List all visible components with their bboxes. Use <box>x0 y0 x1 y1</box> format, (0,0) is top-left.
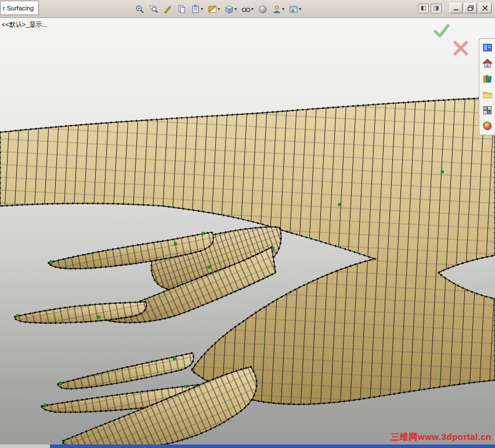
appearances-sphere-icon[interactable] <box>481 120 494 132</box>
view-orientation-icon[interactable]: ▾ <box>223 3 239 16</box>
view-toolbar: ▾ ▾ ▾ ▾ ▾ ▾ <box>133 3 303 16</box>
solidworks-window: ▾ ▾ ▾ ▾ ▾ ▾ <box>0 0 495 448</box>
feature-tree-node[interactable]: <<默认>_显示... <box>2 20 48 29</box>
watermark: 三维网www.3dportal.cn <box>391 432 492 443</box>
design-library-icon[interactable] <box>481 73 494 85</box>
sketch-pen-icon[interactable] <box>161 3 174 16</box>
section-view-icon[interactable]: ▾ <box>206 3 222 16</box>
accept-check-icon[interactable] <box>432 21 451 41</box>
chevron-down-icon[interactable]: ▾ <box>299 7 301 12</box>
view-palette-icon[interactable] <box>481 104 494 117</box>
file-explorer-folder-icon[interactable] <box>481 88 494 101</box>
cancel-x-icon[interactable] <box>452 39 469 57</box>
copy-icon[interactable] <box>175 3 188 16</box>
chevron-down-icon[interactable]: ▾ <box>251 7 254 12</box>
paste-icon[interactable]: ▾ <box>189 3 205 16</box>
dock-left-icon[interactable]: ◧ <box>418 3 429 13</box>
bottom-strip-right <box>50 445 495 448</box>
display-style-icon[interactable]: ▾ <box>240 3 255 16</box>
task-pane-panel-icon[interactable] <box>481 41 494 54</box>
solidworks-resources-home-icon[interactable] <box>481 57 494 70</box>
shaded-sphere-icon[interactable] <box>256 3 269 16</box>
edit-appearance-icon[interactable]: ▾ <box>270 3 286 16</box>
graphics-viewport[interactable]: <<默认>_显示... <box>0 17 495 448</box>
chevron-down-icon[interactable]: ▾ <box>218 7 220 12</box>
surface-model <box>0 17 495 448</box>
close-button[interactable] <box>479 3 492 13</box>
chevron-down-icon[interactable]: ▾ <box>201 7 203 12</box>
bottom-strip-left <box>0 445 50 448</box>
restore-button[interactable] <box>464 3 477 13</box>
window-tab[interactable]: r Surfacing <box>0 1 39 15</box>
window-controls: ◧ ◨ <box>418 3 492 13</box>
task-pane <box>479 38 495 135</box>
chevron-down-icon[interactable]: ▾ <box>282 7 284 12</box>
chevron-down-icon[interactable]: ▾ <box>234 7 237 12</box>
toolbar: ▾ ▾ ▾ ▾ ▾ ▾ <box>0 0 495 18</box>
minimize-button[interactable] <box>450 3 463 13</box>
zoom-to-fit-icon[interactable] <box>133 3 146 16</box>
dock-right-icon[interactable]: ◨ <box>431 3 442 13</box>
zoom-to-area-icon[interactable] <box>147 3 160 16</box>
apply-scene-icon[interactable]: ▾ <box>287 3 303 16</box>
